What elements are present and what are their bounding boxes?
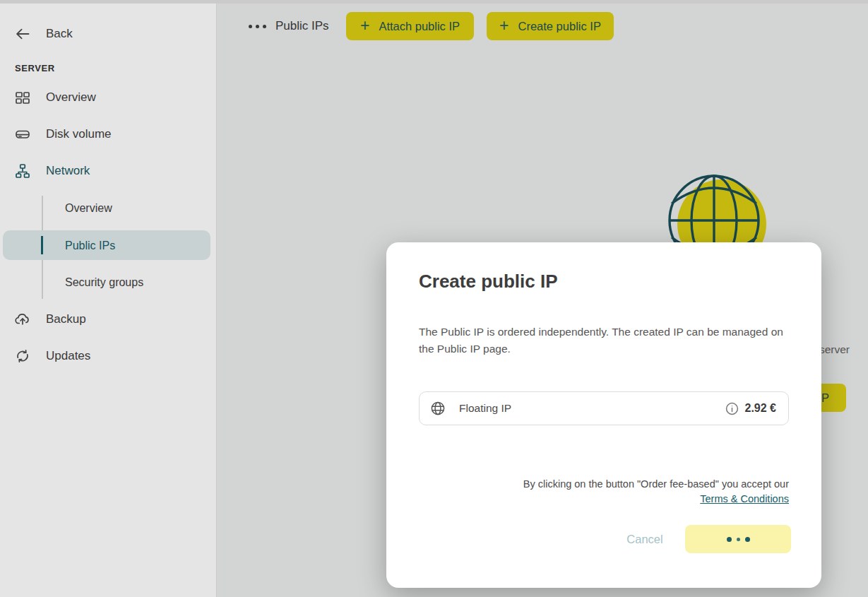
- ip-type-row-floating-ip[interactable]: Floating IP 2.92 €: [419, 391, 789, 425]
- globe-icon: [430, 401, 446, 416]
- dialog-description: The Public IP is ordered independently. …: [419, 324, 783, 357]
- terms-notice: By clicking on the button "Order fee-bas…: [523, 477, 789, 507]
- loading-dot: [745, 537, 750, 542]
- terms-text: By clicking on the button "Order fee-bas…: [523, 477, 789, 492]
- loading-dot: [737, 538, 740, 541]
- cancel-button[interactable]: Cancel: [602, 525, 687, 553]
- create-public-ip-dialog: Create public IP The Public IP is ordere…: [386, 242, 821, 588]
- terms-and-conditions-link[interactable]: Terms & Conditions: [700, 493, 789, 504]
- info-icon[interactable]: [725, 402, 739, 415]
- order-fee-based-button-loading[interactable]: [685, 525, 791, 553]
- dialog-description-line2: the Public IP page.: [419, 341, 783, 357]
- dialog-title: Create public IP: [419, 271, 558, 292]
- dialog-description-line1: The Public IP is ordered independently. …: [419, 324, 783, 341]
- ip-type-label: Floating IP: [459, 402, 725, 415]
- loading-dot: [727, 537, 732, 542]
- ip-price: 2.92 €: [745, 402, 776, 415]
